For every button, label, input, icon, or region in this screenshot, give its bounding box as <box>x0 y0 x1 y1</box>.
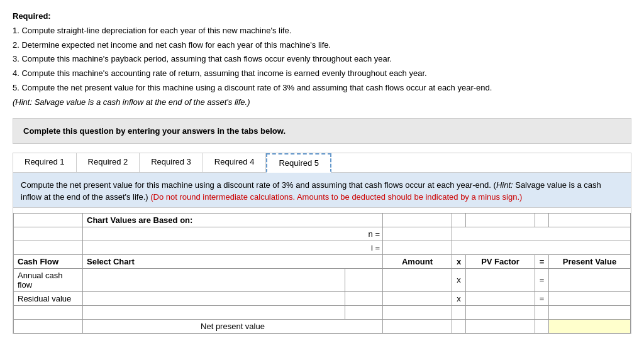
annual-amount-input[interactable] <box>387 275 448 285</box>
pvfactor-col-label: PV Factor <box>481 257 519 266</box>
npv-pvfactor-empty <box>466 319 535 333</box>
n-value-cell[interactable] <box>383 227 452 241</box>
npv-label-cell: Net present value <box>83 319 383 333</box>
npv-row-empty <box>14 319 83 333</box>
n-label-cell: n = <box>83 227 383 241</box>
residual-selectchart-input[interactable] <box>87 294 341 303</box>
amount-col-header: Amount <box>383 254 452 268</box>
required-item-3: 3. Compute this machine's payback period… <box>13 53 631 66</box>
annual-selectchart-cell[interactable] <box>83 268 345 291</box>
cashflow-header-empty <box>14 213 83 227</box>
residual-x-cell: x <box>452 291 466 305</box>
chart-values-header: Chart Values are Based on: <box>83 213 383 227</box>
residual-pv-input[interactable] <box>553 294 626 303</box>
extra-selectchart-input[interactable] <box>87 308 341 317</box>
tab-required-4[interactable]: Required 4 <box>203 153 267 172</box>
residual-eq-cell: = <box>535 291 549 305</box>
n-value-input[interactable] <box>387 229 448 239</box>
i-value-input[interactable] <box>387 243 448 252</box>
required-item-2: 2. Determine expected net income and net… <box>13 39 631 52</box>
chart-header-row: Chart Values are Based on: <box>14 213 631 227</box>
residual-amount-cell[interactable] <box>383 291 452 305</box>
npv-eq-empty <box>535 319 549 333</box>
chart-values-text: Chart Values are Based on: <box>87 215 192 225</box>
cashflow-col-label: Cash Flow <box>18 257 58 266</box>
tab-required-3[interactable]: Required 3 <box>140 153 203 172</box>
required-item-1: 1. Compute straight-line depreciation fo… <box>13 24 631 38</box>
selectchart-col-header: Select Chart <box>83 254 383 268</box>
npv-input[interactable] <box>553 322 626 331</box>
extra-pvfactor-empty <box>466 305 535 319</box>
empty-x-1 <box>452 213 466 227</box>
required-item-5: 5. Compute the net present value for thi… <box>13 82 631 95</box>
annual-ni-cell[interactable] <box>345 268 383 291</box>
n-input-cell[interactable] <box>383 213 452 227</box>
tabs-row: Required 1 Required 2 Required 3 Require… <box>13 153 631 173</box>
empty-eq-1 <box>535 213 549 227</box>
annual-eq-cell: = <box>535 268 549 291</box>
pv-col-label: Present Value <box>563 257 616 266</box>
i-label-cell: i = <box>83 241 383 254</box>
extra-amount-cell <box>383 305 452 319</box>
required-title: Required: <box>13 11 51 21</box>
tabs-container: Required 1 Required 2 Required 3 Require… <box>13 153 631 334</box>
tab-content: Compute the net present value for this m… <box>13 173 631 208</box>
npv-amount-empty <box>383 319 452 333</box>
extra-ni-cell[interactable] <box>345 305 383 319</box>
required-hint: (Hint: Salvage value is a cash inflow at… <box>13 96 631 109</box>
extra-eq-empty <box>535 305 549 319</box>
extra-selectchart-cell[interactable] <box>83 305 345 319</box>
residual-ni-cell[interactable] <box>345 291 383 305</box>
n-label: n = <box>369 229 380 239</box>
npv-label: Net present value <box>201 322 265 331</box>
pv-col-empty <box>549 213 631 227</box>
extra-x-empty <box>452 305 466 319</box>
tab-content-red: (Do not round intermediate calculations.… <box>150 192 522 202</box>
annual-pv-input[interactable] <box>553 275 626 285</box>
residual-pv-cell[interactable] <box>549 291 631 305</box>
annual-pvfactor-input[interactable] <box>470 275 531 285</box>
required-section: Required: 1. Compute straight-line depre… <box>13 10 631 109</box>
complete-box-text: Complete this question by entering your … <box>23 126 286 136</box>
i-value-cell[interactable] <box>383 241 452 254</box>
residual-amount-input[interactable] <box>387 294 448 303</box>
annual-cashflow-label: Annual cash flow <box>14 268 83 291</box>
required-item-4: 4. Compute this machine's accounting rat… <box>13 67 631 80</box>
annual-amount-cell[interactable] <box>383 268 452 291</box>
extra-pv-input[interactable] <box>553 308 626 317</box>
x-col-label: x <box>457 257 461 266</box>
tab-required-5[interactable]: Required 5 <box>266 153 331 173</box>
annual-cashflow-row: Annual cash flow x = <box>14 268 631 291</box>
i-row: i = <box>14 241 631 254</box>
n-row-right-empty <box>452 227 631 241</box>
i-row-right-empty <box>452 241 631 254</box>
n-row: n = <box>14 227 631 241</box>
residual-ni-input[interactable] <box>349 294 379 303</box>
annual-ni-input[interactable] <box>349 275 379 285</box>
npv-row: Net present value <box>14 319 631 333</box>
residual-pvfactor-cell[interactable] <box>466 291 535 305</box>
residual-label: Residual value <box>14 291 83 305</box>
cashflow-col-header: Cash Flow <box>14 254 83 268</box>
npv-value-cell[interactable] <box>549 319 631 333</box>
n-input[interactable] <box>387 215 448 225</box>
residual-selectchart-cell[interactable] <box>83 291 345 305</box>
annual-selectchart-input[interactable] <box>87 275 341 285</box>
tab-content-main: Compute the net present value for this m… <box>21 180 601 202</box>
annual-x-cell: x <box>452 268 466 291</box>
tab-required-2[interactable]: Required 2 <box>77 153 140 172</box>
extra-pv-cell[interactable] <box>549 305 631 319</box>
selectchart-col-label: Select Chart <box>87 257 135 266</box>
residual-pvfactor-input[interactable] <box>470 294 531 303</box>
extra-ni-input[interactable] <box>349 308 379 317</box>
n-row-empty <box>14 227 83 241</box>
tab-required-1[interactable]: Required 1 <box>13 153 77 172</box>
x-col-header: x <box>452 254 466 268</box>
annual-pvfactor-cell[interactable] <box>466 268 535 291</box>
annual-pv-cell[interactable] <box>549 268 631 291</box>
amount-col-label: Amount <box>402 257 433 266</box>
pv-col-header: Present Value <box>549 254 631 268</box>
pvfactor-col-header: PV Factor <box>466 254 535 268</box>
main-table: Chart Values are Based on: n = <box>13 213 631 334</box>
extra-cashflow-empty <box>14 305 83 319</box>
